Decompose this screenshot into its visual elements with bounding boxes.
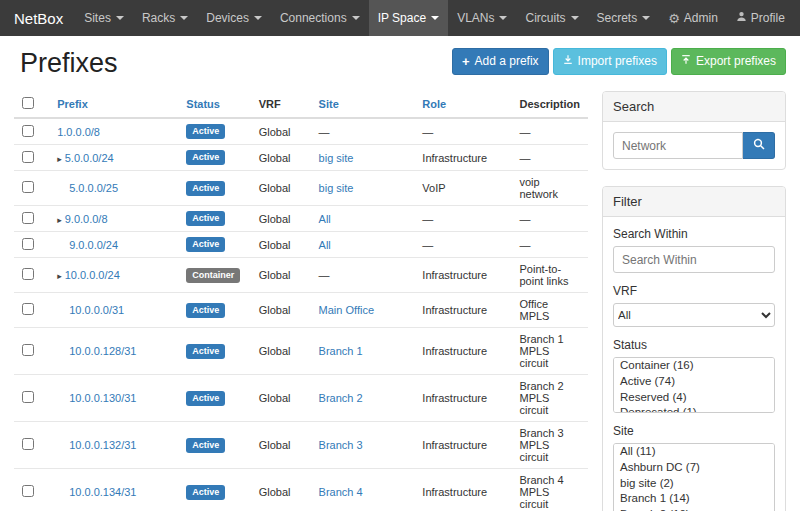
table-row: 1.0.0.0/8ActiveGlobal——— — [14, 118, 588, 145]
status-badge: Active — [186, 344, 225, 359]
search-input[interactable] — [613, 132, 743, 159]
row-checkbox[interactable] — [22, 181, 34, 193]
site-filter-select[interactable]: All (11)Ashburn DC (7)big site (2)Branch… — [613, 443, 775, 511]
status-badge: Container — [186, 268, 240, 283]
status-badge: Active — [186, 391, 225, 406]
prefix-link[interactable]: 5.0.0.0/25 — [69, 182, 118, 194]
status-badge: Active — [186, 485, 225, 500]
search-icon — [753, 138, 765, 153]
filter-option[interactable]: All (11) — [614, 444, 774, 460]
row-checkbox[interactable] — [22, 438, 34, 450]
export-prefixes-button[interactable]: Export prefixes — [671, 48, 786, 75]
site-link[interactable]: Branch 4 — [319, 486, 363, 498]
site-link[interactable]: big site — [319, 152, 354, 164]
column-header-status[interactable]: Status — [178, 91, 250, 118]
chevron-down-icon — [180, 16, 188, 20]
site-link[interactable]: Main Office — [319, 304, 374, 316]
filter-option[interactable]: Deprecated (1) — [614, 405, 774, 413]
nav-item-logout[interactable]: Log out — [794, 0, 800, 36]
admin-label: Admin — [684, 11, 718, 25]
brand[interactable]: NetBox — [10, 0, 75, 36]
user-icon — [736, 11, 747, 25]
expand-caret-icon: ▸ — [57, 215, 62, 225]
table-row: 10.0.0.130/31ActiveGlobalBranch 2Infrast… — [14, 375, 588, 422]
row-checkbox[interactable] — [22, 268, 34, 280]
prefix-link[interactable]: 9.0.0.0/24 — [69, 239, 118, 251]
nav-item-ip-space[interactable]: IP Space — [369, 0, 448, 36]
site-link[interactable]: Branch 2 — [319, 392, 363, 404]
nav-item-devices[interactable]: Devices — [197, 0, 271, 36]
row-checkbox[interactable] — [22, 391, 34, 403]
import-prefixes-button[interactable]: Import prefixes — [553, 48, 667, 75]
nav-item-profile[interactable]: Profile — [727, 0, 794, 36]
row-checkbox[interactable] — [22, 344, 34, 356]
nav-item-sites[interactable]: Sites — [75, 0, 133, 36]
role-value: Infrastructure — [414, 422, 511, 469]
status-badge: Active — [186, 181, 225, 196]
select-all-checkbox[interactable] — [22, 97, 34, 109]
prefix-link[interactable]: 10.0.0.128/31 — [69, 345, 136, 357]
row-checkbox[interactable] — [22, 151, 34, 163]
prefix-link[interactable]: 5.0.0.0/24 — [65, 152, 114, 164]
vrf-value: Global — [251, 232, 311, 258]
filter-option[interactable]: Branch 2 (10) — [614, 507, 774, 511]
site-link[interactable]: big site — [319, 182, 354, 194]
prefix-table-body: 1.0.0.0/8ActiveGlobal———▸5.0.0.0/24Activ… — [14, 118, 588, 511]
nav-item-racks[interactable]: Racks — [133, 0, 197, 36]
prefix-link[interactable]: 10.0.0.130/31 — [69, 392, 136, 404]
role-value: Infrastructure — [414, 293, 511, 328]
filter-option[interactable]: Ashburn DC (7) — [614, 460, 774, 476]
gear-icon: ⚙ — [668, 12, 680, 25]
row-checkbox[interactable] — [22, 238, 34, 250]
row-checkbox[interactable] — [22, 485, 34, 497]
filter-option[interactable]: Reserved (4) — [614, 390, 774, 406]
table-row: 10.0.0.134/31ActiveGlobalBranch 4Infrast… — [14, 469, 588, 511]
prefix-link[interactable]: 10.0.0.134/31 — [69, 486, 136, 498]
sidebar: Search Filter Search Within VRF — [602, 91, 786, 511]
nav-item-circuits[interactable]: Circuits — [516, 0, 587, 36]
profile-label: Profile — [751, 11, 785, 25]
role-value: VoIP — [414, 171, 511, 206]
row-checkbox[interactable] — [22, 125, 34, 137]
chevron-down-icon — [499, 16, 507, 20]
column-header-description: Description — [511, 91, 588, 118]
nav-menu: SitesRacksDevicesConnectionsIP SpaceVLAN… — [75, 0, 659, 36]
vrf-value: Global — [251, 258, 311, 293]
chevron-down-icon — [431, 16, 439, 20]
plus-icon: + — [462, 55, 470, 68]
row-checkbox[interactable] — [22, 212, 34, 224]
add-prefix-button[interactable]: + Add a prefix — [452, 48, 549, 75]
prefix-link[interactable]: 10.0.0.0/24 — [65, 269, 120, 281]
site-link[interactable]: Branch 3 — [319, 439, 363, 451]
filter-option[interactable]: Branch 1 (14) — [614, 491, 774, 507]
site-link[interactable]: All — [319, 239, 331, 251]
site-link[interactable]: Branch 1 — [319, 345, 363, 357]
search-within-input[interactable] — [613, 246, 775, 273]
description-value: Point-to-point links — [511, 258, 588, 293]
nav-item-secrets[interactable]: Secrets — [588, 0, 660, 36]
filter-option[interactable]: Active (74) — [614, 374, 774, 390]
description-value: — — [511, 145, 588, 171]
vrf-select[interactable]: All — [613, 303, 775, 327]
nav-item-connections[interactable]: Connections — [271, 0, 369, 36]
column-header-role[interactable]: Role — [414, 91, 511, 118]
prefix-link[interactable]: 1.0.0.0/8 — [57, 126, 100, 138]
prefix-link[interactable]: 9.0.0.0/8 — [65, 213, 108, 225]
column-header-prefix[interactable]: Prefix — [49, 91, 178, 118]
site-link[interactable]: All — [319, 213, 331, 225]
status-filter-label: Status — [613, 338, 775, 352]
status-filter-select[interactable]: Container (16)Active (74)Reserved (4)Dep… — [613, 357, 775, 413]
prefix-link[interactable]: 10.0.0.0/31 — [69, 304, 124, 316]
row-checkbox[interactable] — [22, 303, 34, 315]
table-row: 5.0.0.0/25ActiveGlobalbig siteVoIPvoip n… — [14, 171, 588, 206]
vrf-value: Global — [251, 171, 311, 206]
nav-item-admin[interactable]: ⚙ Admin — [659, 0, 727, 36]
filter-option[interactable]: big site (2) — [614, 476, 774, 492]
search-button[interactable] — [743, 132, 775, 159]
column-header-site[interactable]: Site — [311, 91, 415, 118]
vrf-value: Global — [251, 206, 311, 232]
filter-option[interactable]: Container (16) — [614, 358, 774, 374]
prefix-link[interactable]: 10.0.0.132/31 — [69, 439, 136, 451]
vrf-value: Global — [251, 145, 311, 171]
nav-item-vlans[interactable]: VLANs — [448, 0, 516, 36]
